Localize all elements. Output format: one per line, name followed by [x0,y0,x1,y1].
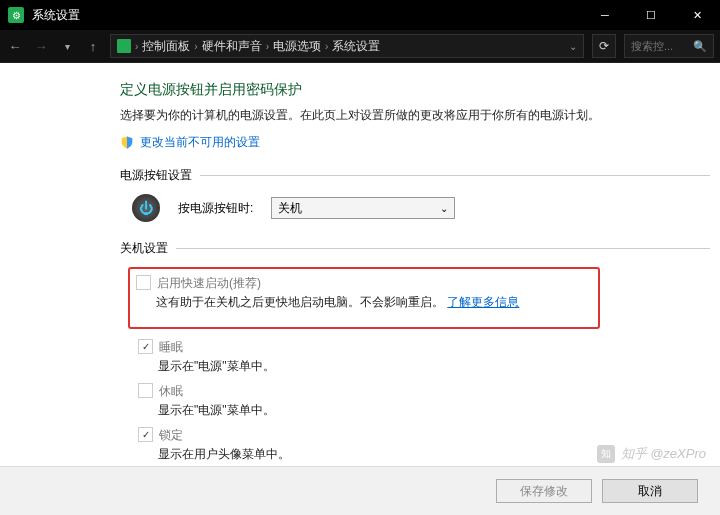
page-subtitle: 选择要为你的计算机的电源设置。在此页上对设置所做的更改将应用于你所有的电源计划。 [120,107,710,124]
search-placeholder: 搜索控... [631,39,673,54]
shield-icon [120,135,134,150]
divider [200,175,710,176]
breadcrumb-item[interactable]: 电源选项 [273,38,321,55]
power-button-row: ⏻ 按电源按钮时: 关机 ⌄ [132,194,710,222]
window-title: 系统设置 [32,7,582,24]
chevron-right-icon: › [135,41,138,52]
watermark-text: 知乎 @zeXPro [621,445,706,463]
zhihu-icon: 知 [597,445,615,463]
titlebar: ⚙ 系统设置 ─ ☐ ✕ [0,0,720,30]
breadcrumb-item[interactable]: 硬件和声音 [202,38,262,55]
hibernate-option: 休眠 显示在"电源"菜单中。 [138,383,710,419]
power-button-label: 按电源按钮时: [178,200,253,217]
group-header-power: 电源按钮设置 [120,167,710,184]
sleep-desc: 显示在"电源"菜单中。 [158,358,710,375]
fast-startup-option: 启用快速启动(推荐) [136,275,574,292]
content-area: 定义电源按钮并启用密码保护 选择要为你的计算机的电源设置。在此页上对设置所做的更… [0,63,720,486]
control-panel-icon [117,39,131,53]
minimize-button[interactable]: ─ [582,0,628,30]
refresh-button[interactable]: ⟳ [592,34,616,58]
power-button-dropdown[interactable]: 关机 ⌄ [271,197,455,219]
navbar: ← → ▾ ↑ › 控制面板 › 硬件和声音 › 电源选项 › 系统设置 ⌄ ⟳… [0,30,720,63]
lock-label: 锁定 [159,427,183,444]
fast-startup-checkbox[interactable] [136,275,151,290]
chevron-right-icon: › [325,41,328,52]
app-icon: ⚙ [8,7,24,23]
forward-button[interactable]: → [32,39,50,54]
learn-more-link[interactable]: 了解更多信息 [447,295,519,309]
back-button[interactable]: ← [6,39,24,54]
fast-startup-label: 启用快速启动(推荐) [157,275,261,292]
chevron-down-icon: ⌄ [440,203,448,214]
cancel-button[interactable]: 取消 [602,479,698,503]
group-title: 关机设置 [120,240,168,257]
highlight-fast-startup: 启用快速启动(推荐) 这有助于在关机之后更快地启动电脑。不会影响重启。 了解更多… [128,267,600,329]
chevron-right-icon: › [194,41,197,52]
hibernate-label: 休眠 [159,383,183,400]
breadcrumb-item[interactable]: 控制面板 [142,38,190,55]
chevron-right-icon: › [266,41,269,52]
breadcrumb-item[interactable]: 系统设置 [332,38,380,55]
watermark: 知 知乎 @zeXPro [597,445,706,463]
hibernate-checkbox[interactable] [138,383,153,398]
close-button[interactable]: ✕ [674,0,720,30]
breadcrumb[interactable]: › 控制面板 › 硬件和声音 › 电源选项 › 系统设置 ⌄ [110,34,584,58]
hibernate-desc: 显示在"电源"菜单中。 [158,402,710,419]
dropdown-value: 关机 [278,200,302,217]
up-button[interactable]: ↑ [84,39,102,54]
lock-checkbox[interactable]: ✓ [138,427,153,442]
sleep-checkbox[interactable]: ✓ [138,339,153,354]
maximize-button[interactable]: ☐ [628,0,674,30]
search-input[interactable]: 搜索控... 🔍 [624,34,714,58]
change-unavailable-label: 更改当前不可用的设置 [140,134,260,151]
recent-dropdown[interactable]: ▾ [58,41,76,52]
save-button[interactable]: 保存修改 [496,479,592,503]
group-title: 电源按钮设置 [120,167,192,184]
sleep-option: ✓ 睡眠 显示在"电源"菜单中。 [138,339,710,375]
chevron-down-icon[interactable]: ⌄ [569,41,577,52]
page-title: 定义电源按钮并启用密码保护 [120,81,710,99]
footer: 保存修改 取消 [0,466,720,515]
divider [176,248,710,249]
group-header-shutdown: 关机设置 [120,240,710,257]
sleep-label: 睡眠 [159,339,183,356]
fast-startup-desc: 这有助于在关机之后更快地启动电脑。不会影响重启。 了解更多信息 [156,294,574,311]
change-unavailable-link[interactable]: 更改当前不可用的设置 [120,134,710,151]
search-icon: 🔍 [693,40,707,53]
power-icon: ⏻ [132,194,160,222]
